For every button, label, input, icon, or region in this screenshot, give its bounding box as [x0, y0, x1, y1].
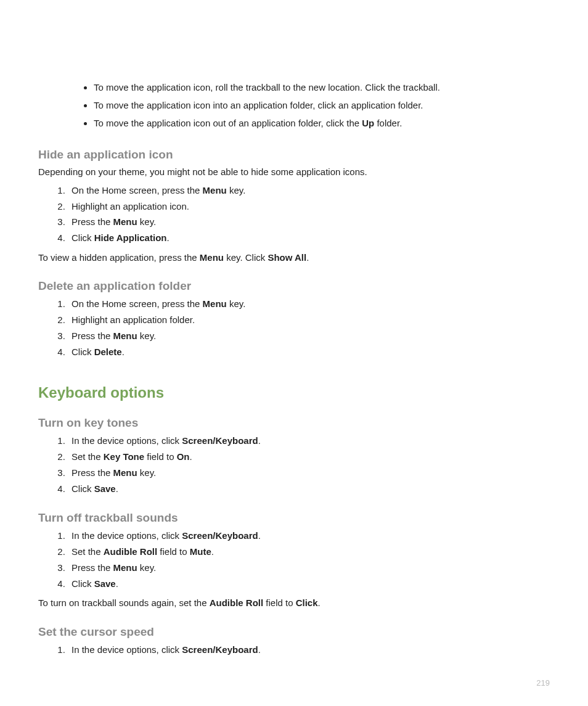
hide-after: To view a hidden application, press the … — [38, 251, 550, 265]
bullet-text: To move the application icon, roll the t… — [94, 82, 440, 92]
hide-steps: On the Home screen, press the Menu key. … — [38, 183, 550, 246]
step-item: In the device options, click Screen/Keyb… — [68, 642, 550, 658]
step-item: Click Delete. — [68, 345, 550, 360]
page-number: 219 — [536, 678, 550, 688]
bullet-text-pre: To move the application icon out of an a… — [94, 118, 362, 128]
step-item: Press the Menu key. — [68, 215, 550, 230]
heading-hide: Hide an application icon — [38, 148, 550, 162]
bullet-item: To move the application icon into an app… — [94, 98, 550, 113]
step-item: Press the Menu key. — [68, 466, 550, 481]
document-page: To move the application icon, roll the t… — [0, 0, 588, 706]
heading-cursor: Set the cursor speed — [38, 625, 550, 639]
keytones-steps: In the device options, click Screen/Keyb… — [38, 433, 550, 496]
heading-keytones: Turn on key tones — [38, 416, 550, 430]
step-item: On the Home screen, press the Menu key. — [68, 297, 550, 312]
bullet-text-bold: Up — [362, 118, 374, 128]
step-item: Click Hide Application. — [68, 231, 550, 246]
delete-steps: On the Home screen, press the Menu key. … — [38, 297, 550, 359]
step-item: Click Save. — [68, 482, 550, 497]
step-item: Set the Audible Roll field to Mute. — [68, 544, 550, 560]
bullet-text: To move the application icon into an app… — [94, 100, 423, 110]
step-item: On the Home screen, press the Menu key. — [68, 183, 550, 199]
step-item: Click Save. — [68, 577, 550, 592]
bullet-item: To move the application icon out of an a… — [94, 116, 550, 131]
step-item: Press the Menu key. — [68, 329, 550, 344]
bullet-item: To move the application icon, roll the t… — [94, 80, 550, 96]
intro-bullet-list: To move the application icon, roll the t… — [38, 80, 550, 131]
step-item: Set the Key Tone field to On. — [68, 449, 550, 465]
heading-keyboard-options: Keyboard options — [38, 384, 550, 401]
step-item: In the device options, click Screen/Keyb… — [68, 433, 550, 449]
cursor-steps: In the device options, click Screen/Keyb… — [38, 642, 550, 658]
heading-delete: Delete an application folder — [38, 279, 550, 293]
step-item: In the device options, click Screen/Keyb… — [68, 528, 550, 544]
step-item: Highlight an application folder. — [68, 313, 550, 328]
heading-trackball: Turn off trackball sounds — [38, 511, 550, 525]
step-item: Highlight an application icon. — [68, 199, 550, 215]
bullet-text-post: folder. — [374, 118, 402, 128]
step-item: Press the Menu key. — [68, 560, 550, 576]
trackball-steps: In the device options, click Screen/Keyb… — [38, 528, 550, 591]
trackball-after: To turn on trackball sounds again, set t… — [38, 596, 550, 610]
hide-intro: Depending on your theme, you might not b… — [38, 165, 550, 179]
